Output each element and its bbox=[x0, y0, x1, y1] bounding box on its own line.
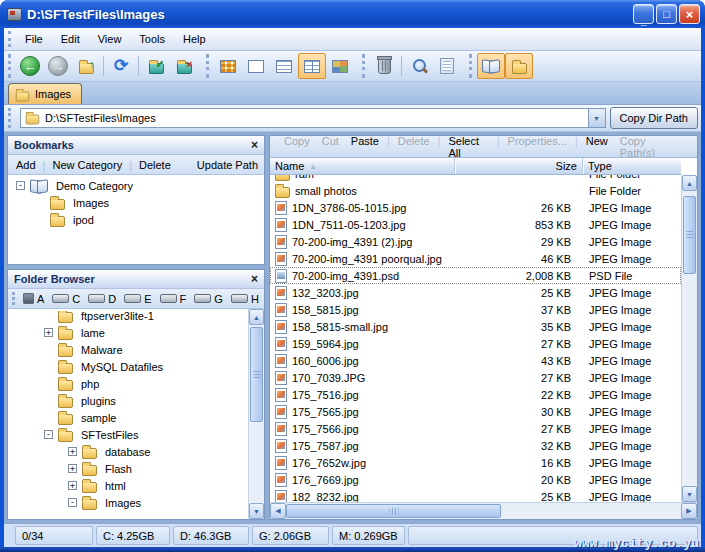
scroll-down-icon[interactable]: ▼ bbox=[682, 486, 697, 502]
folder-tree-item[interactable]: - SFTestFiles bbox=[8, 426, 248, 443]
folder-tree-item[interactable]: sample bbox=[8, 409, 248, 426]
tree-item-label[interactable]: Malware bbox=[78, 343, 126, 357]
file-action[interactable]: Paste bbox=[345, 135, 385, 159]
close-panel-icon[interactable]: × bbox=[251, 138, 258, 152]
tree-item-label[interactable]: Images bbox=[102, 496, 144, 510]
folder-tree-item[interactable]: php bbox=[8, 375, 248, 392]
column-header-size[interactable]: Size bbox=[455, 158, 583, 174]
file-action[interactable]: Copy bbox=[278, 135, 316, 159]
file-row[interactable]: 175_7566.jpg 27 KB JPEG Image bbox=[270, 420, 681, 437]
file-row[interactable]: 70-200-img_4391 poorqual.jpg 46 KB JPEG … bbox=[270, 250, 681, 267]
tab-images[interactable]: Images bbox=[8, 83, 82, 104]
menu-item[interactable]: View bbox=[89, 30, 131, 48]
file-row[interactable]: 176_7669.jpg 20 KB JPEG Image bbox=[270, 471, 681, 488]
folder-tree-item[interactable]: + lame bbox=[8, 324, 248, 341]
address-input[interactable]: D:\SFTestFiles\Images ▼ bbox=[20, 108, 606, 128]
bookmarks-toolbar-item[interactable]: | bbox=[38, 159, 51, 171]
tree-item-label[interactable]: Images bbox=[70, 196, 112, 210]
bookmarks-toolbar-item[interactable]: Add bbox=[14, 159, 38, 171]
drive-button[interactable]: D bbox=[88, 293, 116, 305]
tree-expander[interactable]: - bbox=[16, 181, 25, 190]
toolbar-grip[interactable] bbox=[8, 54, 12, 78]
scroll-left-icon[interactable]: ◀ bbox=[270, 503, 286, 519]
file-action[interactable]: | bbox=[436, 135, 443, 159]
file-row[interactable]: 182_8232.jpg 25 KB JPEG Image bbox=[270, 488, 681, 502]
file-list-vscrollbar[interactable]: ▲ ▼ bbox=[681, 175, 697, 502]
toolbar-grip[interactable] bbox=[362, 54, 366, 78]
maximize-button[interactable]: □ bbox=[656, 4, 677, 24]
tree-item-label[interactable]: html bbox=[102, 479, 129, 493]
file-action[interactable]: Cut bbox=[316, 135, 345, 159]
toolbar-grip[interactable] bbox=[206, 54, 210, 78]
tree-expander[interactable]: + bbox=[44, 328, 53, 337]
file-row[interactable]: 159_5964.jpg 27 KB JPEG Image bbox=[270, 335, 681, 352]
view-icons-button[interactable] bbox=[214, 53, 242, 79]
tree-item-label[interactable]: ipod bbox=[70, 213, 97, 227]
scroll-thumb[interactable] bbox=[683, 196, 696, 274]
bookmark-tree-item[interactable]: Images bbox=[8, 194, 264, 211]
folder-tree-item[interactable]: MySQL Datafiles bbox=[8, 358, 248, 375]
file-action[interactable]: Properties... bbox=[502, 135, 573, 159]
tree-expander[interactable]: - bbox=[68, 498, 77, 507]
drive-button[interactable]: A bbox=[23, 293, 44, 305]
file-row[interactable]: 70-200-img_4391 (2).jpg 29 KB JPEG Image bbox=[270, 233, 681, 250]
file-row[interactable]: ram File Folder bbox=[270, 175, 681, 182]
search-button[interactable] bbox=[405, 53, 433, 79]
folder-panel-toggle[interactable] bbox=[505, 53, 533, 79]
drive-button[interactable]: E bbox=[124, 293, 151, 305]
bookmark-tree-item[interactable]: ipod bbox=[8, 211, 264, 228]
copy-dir-path-button[interactable]: Copy Dir Path bbox=[610, 107, 698, 129]
file-row[interactable]: 175_7516.jpg 22 KB JPEG Image bbox=[270, 386, 681, 403]
scroll-up-icon[interactable]: ▲ bbox=[249, 309, 264, 325]
scroll-thumb[interactable] bbox=[286, 504, 501, 518]
close-button[interactable]: × bbox=[679, 4, 700, 24]
bookmarks-toolbar-item[interactable]: New Category bbox=[50, 159, 124, 171]
toolbar-grip[interactable] bbox=[469, 54, 473, 78]
file-row[interactable]: 158_5815-small.jpg 35 KB JPEG Image bbox=[270, 318, 681, 335]
view-thumbnails-button[interactable] bbox=[326, 53, 354, 79]
file-action[interactable]: | bbox=[495, 135, 502, 159]
file-row[interactable]: 70-200-img_4391.psd 2,008 KB PSD File bbox=[270, 267, 681, 284]
minimize-button[interactable]: _ bbox=[633, 4, 654, 24]
toolbar-grip[interactable] bbox=[12, 292, 16, 305]
bookmarks-toolbar-item[interactable]: Delete bbox=[137, 159, 173, 171]
tree-item-label[interactable]: ftpserver3lite-1 bbox=[78, 311, 157, 323]
discard-folder-button[interactable]: × bbox=[170, 53, 198, 79]
column-header-name[interactable]: Name ▲ bbox=[270, 158, 455, 174]
file-row[interactable]: 1DN_7511-05-1203.jpg 853 KB JPEG Image bbox=[270, 216, 681, 233]
menu-item[interactable]: File bbox=[16, 30, 52, 48]
view-blank-button[interactable] bbox=[242, 53, 270, 79]
scroll-up-icon[interactable]: ▲ bbox=[682, 175, 697, 191]
file-row[interactable]: 160_6006.jpg 43 KB JPEG Image bbox=[270, 352, 681, 369]
drive-button[interactable]: F bbox=[160, 293, 187, 305]
bookmarks-panel-toggle[interactable] bbox=[477, 53, 505, 79]
drive-button[interactable]: C bbox=[52, 293, 80, 305]
tree-expander[interactable]: - bbox=[44, 430, 53, 439]
file-action[interactable]: | bbox=[573, 135, 580, 159]
folder-tree-item[interactable]: - Images bbox=[8, 494, 248, 511]
file-row[interactable]: 170_7039.JPG 27 KB JPEG Image bbox=[270, 369, 681, 386]
folder-tree-item[interactable]: plugins bbox=[8, 392, 248, 409]
tree-item-label[interactable]: Demo Category bbox=[53, 179, 136, 193]
scroll-thumb[interactable] bbox=[250, 327, 263, 422]
tree-item-label[interactable]: lame bbox=[78, 326, 108, 340]
folder-tree-item[interactable]: + database bbox=[8, 443, 248, 460]
tree-expander[interactable]: + bbox=[68, 464, 77, 473]
up-folder-button[interactable]: ↑ bbox=[72, 53, 100, 79]
folder-tree-item[interactable]: + html bbox=[8, 477, 248, 494]
refresh-button[interactable]: ⟳ bbox=[107, 53, 135, 79]
file-row[interactable]: small photos File Folder bbox=[270, 182, 681, 199]
close-panel-icon[interactable]: × bbox=[251, 272, 258, 286]
view-details-button[interactable] bbox=[298, 53, 326, 79]
recycle-bin-button[interactable] bbox=[370, 53, 398, 79]
view-list-button[interactable] bbox=[270, 53, 298, 79]
file-list-hscrollbar[interactable]: ◀ ▶ bbox=[270, 502, 697, 519]
drive-button[interactable]: H bbox=[231, 293, 259, 305]
file-action[interactable]: Select All bbox=[442, 135, 494, 159]
scroll-right-icon[interactable]: ▶ bbox=[681, 503, 697, 519]
bookmarks-toolbar-item[interactable]: | bbox=[124, 159, 137, 171]
folder-tree-scrollbar[interactable]: ▲ ▼ bbox=[248, 309, 264, 519]
menu-item[interactable]: Help bbox=[174, 30, 215, 48]
folder-tree-item[interactable]: ftpserver3lite-1 bbox=[8, 311, 248, 324]
update-path-button[interactable]: Update Path bbox=[197, 159, 258, 171]
